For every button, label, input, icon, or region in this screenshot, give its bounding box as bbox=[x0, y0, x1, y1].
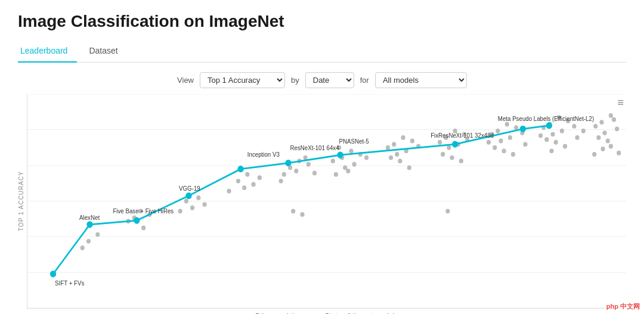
svg-point-38 bbox=[203, 202, 207, 207]
svg-point-47 bbox=[282, 172, 286, 177]
svg-point-111 bbox=[549, 148, 553, 153]
svg-point-105 bbox=[544, 137, 549, 142]
svg-point-126 bbox=[134, 217, 140, 223]
svg-point-106 bbox=[554, 140, 558, 145]
by-label: by bbox=[291, 76, 299, 85]
svg-point-91 bbox=[508, 135, 512, 140]
svg-point-116 bbox=[603, 130, 607, 135]
svg-point-34 bbox=[184, 199, 188, 204]
svg-text:PNASNet-5: PNASNet-5 bbox=[339, 138, 369, 145]
svg-point-82 bbox=[441, 152, 445, 157]
tab-dataset[interactable]: Dataset bbox=[86, 41, 127, 63]
svg-point-27 bbox=[95, 232, 100, 237]
svg-point-112 bbox=[599, 120, 603, 125]
tabs-bar: Leaderboard Dataset bbox=[18, 41, 626, 63]
svg-point-74 bbox=[407, 165, 411, 170]
svg-point-133 bbox=[546, 122, 552, 129]
svg-point-73 bbox=[398, 158, 402, 163]
filter-select[interactable]: All models Papers with code bbox=[375, 72, 467, 88]
chart-wrapper: TOP 1 ACCURACY ≡ 40 50 60 70 80 bbox=[18, 94, 626, 309]
chart-area: ≡ 40 50 60 70 80 90 100 bbox=[27, 94, 626, 309]
svg-point-35 bbox=[190, 206, 194, 210]
svg-point-127 bbox=[185, 192, 191, 199]
for-label: for bbox=[360, 76, 369, 85]
chart-controls: View Top 1 Accuracy Top 5 Accuracy by Da… bbox=[18, 72, 626, 88]
page-container: Image Classification on ImageNet Leaderb… bbox=[0, 0, 644, 314]
hamburger-icon[interactable]: ≡ bbox=[615, 94, 626, 111]
svg-text:SIFT + FVs: SIFT + FVs bbox=[55, 279, 84, 286]
svg-point-77 bbox=[438, 140, 442, 145]
svg-point-56 bbox=[349, 148, 353, 153]
svg-point-44 bbox=[242, 185, 246, 190]
svg-point-53 bbox=[291, 209, 295, 213]
svg-point-121 bbox=[600, 147, 605, 151]
svg-point-63 bbox=[334, 172, 338, 177]
svg-point-84 bbox=[459, 158, 463, 163]
svg-point-62 bbox=[352, 162, 357, 167]
svg-point-122 bbox=[617, 151, 621, 156]
sota-labels-fixed: SIFT + FVsAlexNetFive Base + Five HiResV… bbox=[55, 115, 594, 286]
svg-point-41 bbox=[251, 182, 255, 187]
svg-point-128 bbox=[237, 166, 243, 172]
svg-point-37 bbox=[178, 209, 182, 213]
y-axis-label: TOP 1 ACCURACY bbox=[18, 94, 24, 309]
svg-point-129 bbox=[285, 160, 291, 166]
svg-point-36 bbox=[196, 195, 200, 200]
svg-point-50 bbox=[279, 179, 283, 184]
svg-point-118 bbox=[596, 135, 600, 140]
svg-point-104 bbox=[572, 124, 576, 129]
svg-point-31 bbox=[141, 225, 145, 230]
svg-point-94 bbox=[502, 148, 506, 153]
svg-point-65 bbox=[392, 142, 396, 147]
svg-point-42 bbox=[227, 189, 231, 194]
svg-point-110 bbox=[581, 129, 586, 133]
svg-point-39 bbox=[236, 179, 240, 184]
svg-point-114 bbox=[593, 124, 597, 129]
svg-point-90 bbox=[499, 139, 503, 144]
svg-point-95 bbox=[511, 152, 515, 157]
svg-point-40 bbox=[245, 172, 249, 177]
svg-point-87 bbox=[505, 122, 509, 127]
tab-leaderboard[interactable]: Leaderboard bbox=[18, 41, 77, 63]
svg-point-103 bbox=[560, 129, 564, 133]
svg-point-115 bbox=[612, 117, 616, 122]
svg-text:Meta Pseudo Labels (EfficientN: Meta Pseudo Labels (EfficientNet-L2) bbox=[498, 115, 594, 122]
svg-point-97 bbox=[487, 140, 491, 145]
svg-point-48 bbox=[306, 162, 311, 167]
svg-point-26 bbox=[86, 239, 91, 244]
svg-point-54 bbox=[300, 212, 304, 217]
svg-text:Five Base + Five HiRes: Five Base + Five HiRes bbox=[113, 207, 174, 214]
svg-point-72 bbox=[389, 156, 393, 160]
svg-point-107 bbox=[563, 144, 567, 149]
svg-point-117 bbox=[615, 126, 619, 131]
svg-point-96 bbox=[523, 142, 527, 147]
metric-select[interactable]: Top 1 Accuracy Top 5 Accuracy bbox=[200, 72, 285, 88]
svg-point-93 bbox=[493, 145, 497, 150]
svg-point-43 bbox=[258, 175, 262, 180]
svg-point-102 bbox=[550, 132, 555, 136]
svg-point-59 bbox=[343, 165, 347, 170]
chart-svg: 40 50 60 70 80 90 100 2011 2012 2013 201… bbox=[27, 94, 626, 308]
svg-point-86 bbox=[496, 129, 500, 133]
svg-point-69 bbox=[395, 152, 399, 157]
svg-point-68 bbox=[410, 139, 414, 144]
svg-point-120 bbox=[609, 144, 613, 149]
svg-point-125 bbox=[86, 221, 92, 228]
date-select[interactable]: Date Year bbox=[305, 72, 354, 88]
page-title: Image Classification on ImageNet bbox=[18, 12, 626, 31]
svg-point-124 bbox=[50, 271, 56, 277]
svg-point-132 bbox=[520, 126, 526, 132]
svg-point-113 bbox=[609, 113, 613, 118]
svg-point-28 bbox=[80, 245, 85, 250]
svg-point-119 bbox=[606, 139, 610, 144]
svg-point-79 bbox=[447, 145, 451, 150]
svg-point-130 bbox=[337, 151, 343, 158]
svg-point-109 bbox=[538, 133, 543, 138]
svg-point-123 bbox=[592, 152, 596, 157]
svg-point-89 bbox=[514, 125, 518, 130]
svg-point-49 bbox=[294, 169, 298, 173]
svg-text:FixResNeXt-101 32x48d: FixResNeXt-101 32x48d bbox=[431, 132, 494, 139]
svg-point-66 bbox=[401, 135, 405, 140]
watermark: php 中文网 bbox=[605, 301, 642, 312]
view-label: View bbox=[177, 76, 194, 85]
